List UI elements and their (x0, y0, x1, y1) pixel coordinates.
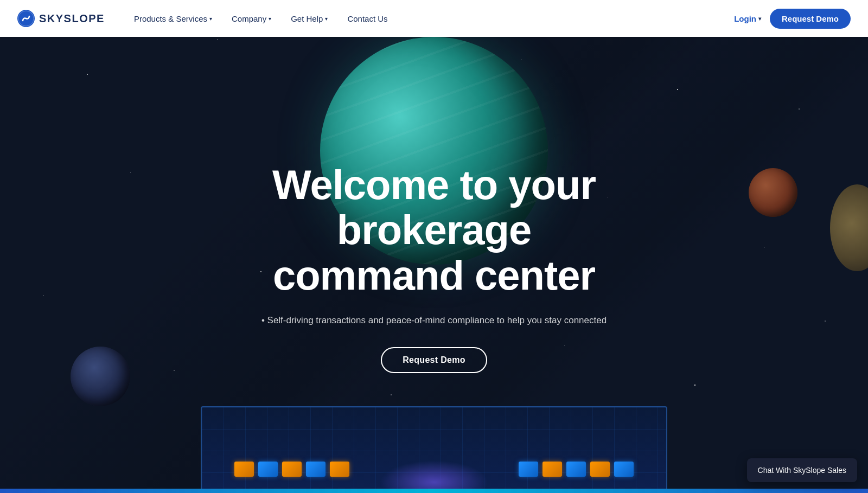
dash-card-right-orange-2 (590, 462, 610, 477)
red-planet (749, 168, 797, 217)
dash-card-blue-2 (306, 462, 326, 477)
navbar: SKYSLOPE Products & Services ▾ Company ▾… (0, 0, 868, 37)
nav-right-actions: Login ▾ Request Demo (734, 9, 851, 29)
brand-name: SKYSLOPE (39, 12, 105, 25)
products-chevron-icon: ▾ (209, 16, 212, 22)
bottom-accent-bar (0, 489, 868, 493)
dash-card-orange-2 (282, 462, 302, 477)
star (799, 108, 800, 110)
nav-contact-us[interactable]: Contact Us (340, 10, 395, 28)
star (764, 247, 765, 248)
star (694, 385, 695, 386)
chat-widget[interactable]: Chat With SkySlope Sales (747, 458, 857, 482)
star (87, 74, 88, 75)
dash-card-orange-1 (234, 462, 254, 477)
company-chevron-icon: ▾ (269, 16, 271, 22)
star (174, 370, 175, 371)
dash-card-right-blue-1 (519, 462, 538, 477)
dashboard-cards-right (519, 462, 634, 477)
small-moon (71, 347, 130, 406)
dash-card-right-orange-1 (542, 462, 562, 477)
star (217, 40, 218, 41)
hero-title: Welcome to your brokerage command center (190, 162, 678, 298)
hero-request-demo-button[interactable]: Request Demo (381, 347, 487, 373)
nav-links: Products & Services ▾ Company ▾ Get Help… (126, 10, 734, 28)
skyslope-logo-icon (17, 10, 35, 27)
dash-card-right-blue-2 (566, 462, 586, 477)
star (391, 394, 392, 395)
get-help-chevron-icon: ▾ (325, 16, 328, 22)
dashboard-cards-left (234, 462, 349, 477)
nav-products-services[interactable]: Products & Services ▾ (126, 10, 220, 28)
logo-link[interactable]: SKYSLOPE (17, 10, 105, 27)
hero-section: Welcome to your brokerage command center… (0, 0, 868, 493)
dash-card-blue-1 (258, 462, 278, 477)
star (43, 296, 44, 296)
nav-request-demo-button[interactable]: Request Demo (770, 9, 851, 29)
star (677, 89, 678, 90)
star (825, 321, 826, 322)
star (130, 172, 131, 173)
nav-get-help[interactable]: Get Help ▾ (283, 10, 335, 28)
dash-card-orange-3 (330, 462, 349, 477)
hero-content: Welcome to your brokerage command center… (190, 162, 678, 374)
login-button[interactable]: Login ▾ (734, 14, 761, 23)
dashboard-surface (201, 406, 667, 493)
nav-company[interactable]: Company ▾ (224, 10, 279, 28)
hero-subtitle: • Self-driving transactions and peace-of… (190, 313, 678, 328)
dash-card-right-blue-3 (614, 462, 634, 477)
login-chevron-icon: ▾ (758, 16, 761, 22)
